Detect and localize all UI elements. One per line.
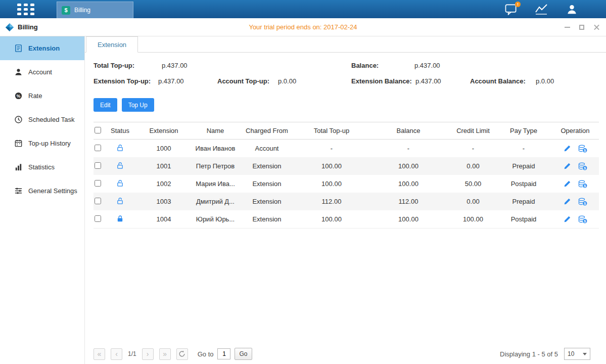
status-unlocked-icon[interactable]: [116, 197, 124, 205]
last-page-button[interactable]: »: [159, 348, 171, 360]
sidebar-item-topup-history[interactable]: Top-up History: [0, 131, 84, 155]
cell-pay-type: -: [496, 145, 551, 152]
pagination-right: Displaying 1 - 5 of 5 10: [500, 348, 590, 360]
sidebar-item-label: Extension: [28, 44, 60, 52]
cell-balance: 100.00: [366, 215, 450, 223]
cell-credit-limit: 100.00: [450, 215, 496, 223]
goto-page-input[interactable]: [217, 348, 230, 359]
svg-text:$: $: [584, 166, 586, 170]
row-checkbox[interactable]: [95, 198, 101, 204]
sidebar-item-account[interactable]: Account: [0, 60, 84, 84]
operation-cell: $: [551, 162, 599, 170]
account-balance-value: p.0.00: [536, 73, 554, 89]
minimize-button[interactable]: [564, 24, 571, 31]
status-unlocked-icon[interactable]: [116, 144, 124, 152]
sidebar-item-statistics[interactable]: Statistics: [0, 155, 84, 179]
topup-coins-icon[interactable]: $: [578, 180, 587, 188]
clock-icon: [14, 115, 23, 124]
cell-pay-type: Prepaid: [496, 198, 551, 205]
operation-cell: $: [551, 145, 599, 153]
bar-chart-icon: [14, 163, 23, 171]
col-balance: Balance: [366, 127, 450, 134]
edit-button[interactable]: Edit: [94, 98, 117, 112]
trial-notice: Your trial period ends on: 2017-02-24: [0, 23, 606, 31]
cell-name: Петр Петров: [194, 162, 237, 170]
edit-pencil-icon[interactable]: [564, 215, 571, 223]
row-checkbox[interactable]: [95, 162, 101, 169]
col-total-topup: Total Top-up: [297, 127, 366, 134]
maximize-button[interactable]: [578, 24, 585, 31]
notifications-chat-icon[interactable]: !: [504, 3, 518, 15]
col-operation: Operation: [551, 127, 599, 134]
topbar-tab-label: Billing: [74, 7, 90, 14]
topbar-tab-billing[interactable]: $ Billing: [57, 2, 133, 18]
sidebar: Extension Account % Rate: [0, 36, 85, 364]
operation-cell: $: [551, 198, 599, 206]
col-extension: Extension: [134, 127, 194, 134]
status-cell: [106, 215, 134, 224]
topup-coins-icon[interactable]: $: [578, 145, 587, 153]
sidebar-item-label: Rate: [28, 92, 42, 100]
edit-pencil-icon[interactable]: [564, 198, 571, 205]
table-header: Status Extension Name Charged From Total…: [94, 122, 599, 140]
extension-balance-label: Extension Balance:: [351, 73, 412, 89]
table-row: 1004 Юрий Юрь... Extension 100.00 100.00…: [94, 210, 599, 228]
chevron-down-icon: [583, 353, 587, 355]
person-icon: [14, 68, 23, 76]
table-row: 1003 Дмитрий Д... Extension 112.00 112.0…: [94, 193, 599, 210]
tab-bar: Extension: [85, 36, 606, 53]
sidebar-item-rate[interactable]: % Rate: [0, 84, 84, 108]
cell-extension: 1000: [134, 145, 194, 152]
select-all-checkbox[interactable]: [95, 127, 101, 133]
sidebar-item-label: Top-up History: [28, 140, 71, 147]
edit-pencil-icon[interactable]: [564, 180, 571, 188]
refresh-button[interactable]: [176, 348, 188, 360]
edit-pencil-icon[interactable]: [564, 162, 571, 170]
apps-grid-icon[interactable]: [17, 4, 35, 17]
sidebar-item-label: General Settings: [28, 187, 77, 195]
operation-cell: $: [551, 180, 599, 188]
cell-balance: 100.00: [366, 162, 450, 170]
page-size-value: 10: [568, 350, 574, 357]
rate-coin-icon: %: [14, 92, 23, 100]
svg-text:$: $: [584, 219, 586, 223]
sidebar-item-general-settings[interactable]: General Settings: [0, 179, 84, 203]
statistics-chart-icon[interactable]: [535, 3, 548, 15]
sidebar-item-extension[interactable]: Extension: [0, 36, 84, 60]
row-checkbox[interactable]: [95, 145, 101, 151]
status-unlocked-icon[interactable]: [116, 179, 124, 187]
first-page-button[interactable]: «: [94, 348, 105, 360]
app-body: Extension Account % Rate: [0, 36, 606, 364]
go-button[interactable]: Go: [235, 348, 252, 360]
title-bar: Billing Your trial period ends on: 2017-…: [0, 18, 606, 36]
account-topup-label: Account Top-up:: [217, 73, 269, 89]
close-button[interactable]: [593, 24, 600, 31]
window-controls: [564, 24, 600, 31]
cell-extension: 1003: [134, 198, 194, 205]
cell-charged-from: Extension: [237, 180, 297, 188]
prev-page-button[interactable]: ‹: [111, 348, 122, 360]
table-row: 1001 Петр Петров Extension 100.00 100.00…: [94, 157, 599, 175]
topup-button[interactable]: Top Up: [122, 98, 154, 112]
goto-label: Go to: [198, 350, 214, 358]
status-unlocked-icon[interactable]: [116, 162, 124, 169]
extension-table: Status Extension Name Charged From Total…: [94, 122, 599, 229]
tab-extension[interactable]: Extension: [86, 36, 138, 53]
row-checkbox[interactable]: [95, 180, 101, 187]
edit-pencil-icon[interactable]: [564, 145, 571, 152]
user-account-icon[interactable]: [565, 3, 578, 15]
status-locked-icon[interactable]: [116, 215, 124, 222]
balance-summary: Total Top-up: p.437.00 Balance: p.437.00…: [85, 53, 606, 89]
cell-extension: 1004: [134, 215, 194, 223]
sidebar-item-scheduled-task[interactable]: Scheduled Task: [0, 108, 84, 131]
row-checkbox[interactable]: [95, 215, 101, 222]
topup-coins-icon[interactable]: $: [578, 162, 587, 170]
cell-charged-from: Extension: [237, 162, 297, 170]
page-size-select[interactable]: 10: [564, 348, 590, 360]
next-page-button[interactable]: ›: [142, 348, 154, 360]
topup-coins-icon[interactable]: $: [578, 198, 587, 206]
cell-extension: 1001: [134, 162, 194, 170]
topup-coins-icon[interactable]: $: [578, 215, 587, 223]
account-topup-value: p.0.00: [278, 73, 296, 89]
sidebar-item-label: Account: [28, 68, 52, 76]
